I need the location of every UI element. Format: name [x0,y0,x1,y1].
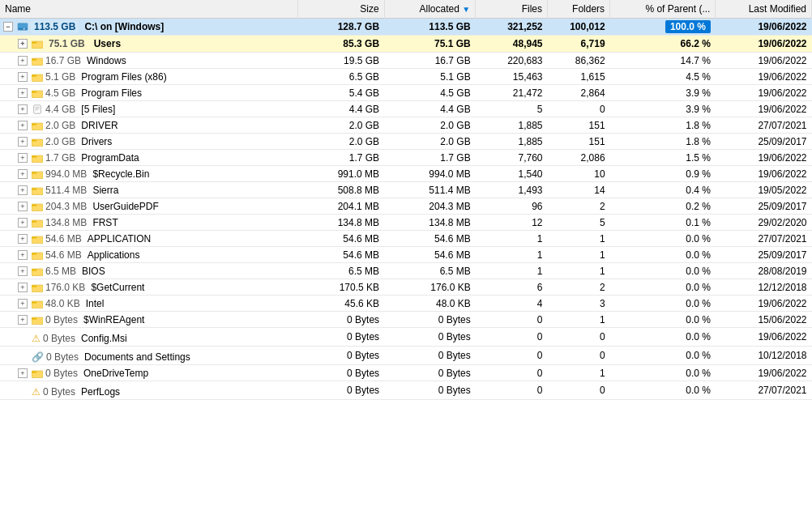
percent-cell: 0.2 % [610,198,716,215]
name-inner: + 4.4 GB [5 Files] [18,104,115,115]
expand-button[interactable]: + [18,283,28,292]
percent-cell: 0.0 % [610,381,716,400]
modified-cell: 19/06/2022 [716,53,812,69]
expand-button[interactable]: + [18,88,28,98]
size-cell: 54.6 MB [297,231,384,247]
modified-cell: 19/05/2022 [716,182,812,198]
col-folders[interactable]: Folders [548,0,610,19]
col-percent[interactable]: % of Parent (... [610,0,716,19]
allocated-cell: 6.5 MB [384,263,476,279]
percent-value: 0.0 % [686,266,711,277]
table-body: − 113.5 GB C:\ on [Windows] 128.7 GB113.… [0,19,812,400]
table-row[interactable]: ⚠ 0 Bytes Config.Msi 0 Bytes0 Bytes000.0… [0,328,812,347]
col-name[interactable]: Name [0,0,297,19]
percent-highlight: 100.0 % [665,20,711,33]
folder-icon [32,218,43,228]
size-cell: 2.0 GB [297,134,384,150]
table-row[interactable]: + 54.6 MB APPLICATION 54.6 MB54.6 MB110.… [0,231,812,247]
expand-button[interactable]: + [18,202,28,211]
table-row[interactable]: + 134.8 MB FRST 134.8 MB134.8 MB1250.1 %… [0,215,812,231]
folder-icon: ⚠ [32,386,41,398]
modified-cell: 19/06/2022 [716,69,812,85]
expand-button[interactable]: + [18,218,28,228]
files-cell: 7,760 [476,150,548,166]
expand-button[interactable]: + [18,121,28,130]
expand-button[interactable]: + [18,234,28,244]
name-cell: + 54.6 MB Applications [0,247,297,263]
expand-button[interactable]: + [18,104,28,114]
table-row[interactable]: + 16.7 GB Windows 19.5 GB16.7 GB220,6838… [0,53,812,69]
files-cell: 96 [476,198,548,215]
table-row[interactable]: + 204.3 MB UserGuidePDF 204.1 MB204.3 MB… [0,198,812,215]
expand-button[interactable]: + [18,153,28,163]
percent-value: 3.9 % [686,104,711,115]
table-row[interactable]: + 48.0 KB Intel 45.6 KB48.0 KB430.0 %19/… [0,296,812,312]
percent-cell: 1.8 % [610,117,716,134]
table-row[interactable]: ⚠ 0 Bytes PerfLogs 0 Bytes0 Bytes000.0 %… [0,381,812,400]
table-row[interactable]: + 511.4 MB Sierra 508.8 MB511.4 MB1,4931… [0,182,812,198]
folder-icon [32,202,43,211]
table-row[interactable]: + 4.5 GB Program Files 5.4 GB4.5 GB21,47… [0,85,812,101]
expand-button[interactable]: + [18,315,28,325]
size-cell: 128.7 GB [297,19,384,36]
allocated-cell: 5.1 GB [384,69,476,85]
expand-button[interactable]: + [18,368,28,378]
svg-rect-61 [32,372,36,373]
name-inner: + 75.1 GB Users [18,37,121,50]
col-allocated[interactable]: Allocated ▼ [384,0,476,19]
svg-rect-58 [32,318,36,320]
table-row[interactable]: + 2.0 GB DRIVER 2.0 GB2.0 GB1,8851511.8 … [0,117,812,134]
expand-button[interactable]: + [18,299,28,308]
expand-button[interactable]: + [18,72,28,82]
files-cell: 220,683 [476,53,548,69]
col-size[interactable]: Size [297,0,384,19]
folders-cell: 0 [548,101,610,117]
name-inner: + 4.5 GB Program Files [18,87,142,99]
item-name: Config.Msi [81,333,127,344]
folder-icon [32,56,43,66]
table-row[interactable]: + 5.1 GB Program Files (x86) 6.5 GB5.1 G… [0,69,812,85]
allocated-cell: 176.0 KB [384,279,476,296]
expand-button[interactable]: + [18,250,28,260]
size-cell: 508.8 MB [297,182,384,198]
col-files[interactable]: Files [476,0,548,19]
expand-button[interactable]: + [18,56,28,66]
modified-cell: 25/09/2017 [716,134,812,150]
svg-rect-9 [32,59,36,61]
allocated-cell: 204.3 MB [384,198,476,215]
expand-button[interactable]: + [18,39,28,49]
item-name: $Recycle.Bin [92,168,149,180]
table-row[interactable]: + 2.0 GB Drivers 2.0 GB2.0 GB1,8851511.8… [0,134,812,150]
name-cell: + 511.4 MB Sierra [0,182,297,198]
table-row[interactable]: − 113.5 GB C:\ on [Windows] 128.7 GB113.… [0,19,812,36]
table-row[interactable]: + 994.0 MB $Recycle.Bin 991.0 MB994.0 MB… [0,166,812,182]
table-row[interactable]: + 1.7 GB ProgramData 1.7 GB1.7 GB7,7602,… [0,150,812,166]
size-text: 4.5 GB [45,87,75,99]
folder-icon [32,121,43,130]
name-inner: + 5.1 GB Program Files (x86) [18,71,167,83]
table-row[interactable]: + 0 Bytes $WinREAgent 0 Bytes0 Bytes010.… [0,312,812,328]
expand-button[interactable]: + [18,169,28,179]
files-cell: 1 [476,231,548,247]
expand-button[interactable]: − [3,22,13,32]
col-modified[interactable]: Last Modified [716,0,812,19]
folders-cell: 5 [548,215,610,231]
percent-value: 0.0 % [686,331,711,342]
size-text: 176.0 KB [45,282,85,293]
table-row[interactable]: 🔗 0 Bytes Documents and Settings 0 Bytes… [0,347,812,365]
name-inner: + 1.7 GB ProgramData [18,152,139,164]
size-text: 0 Bytes [43,333,75,344]
expand-button[interactable]: + [18,185,28,195]
modified-cell: 12/12/2018 [716,279,812,296]
name-cell: + 4.5 GB Program Files [0,85,297,101]
percent-cell: 1.8 % [610,134,716,150]
table-row[interactable]: + 54.6 MB Applications 54.6 MB54.6 MB110… [0,247,812,263]
table-row[interactable]: + 4.4 GB [5 Files] 4.4 GB4.4 GB503.9 %19… [0,101,812,117]
table-row[interactable]: + 0 Bytes OneDriveTemp 0 Bytes0 Bytes010… [0,365,812,381]
table-row[interactable]: + 75.1 GB Users 85.3 GB75.1 GB48,9456,71… [0,36,812,53]
expand-button[interactable]: + [18,266,28,276]
table-row[interactable]: + 176.0 KB $GetCurrent 170.5 KB176.0 KB6… [0,279,812,296]
expand-button[interactable]: + [18,137,28,147]
size-cell: 45.6 KB [297,296,384,312]
table-row[interactable]: + 6.5 MB BIOS 6.5 MB6.5 MB110.0 %28/08/2… [0,263,812,279]
